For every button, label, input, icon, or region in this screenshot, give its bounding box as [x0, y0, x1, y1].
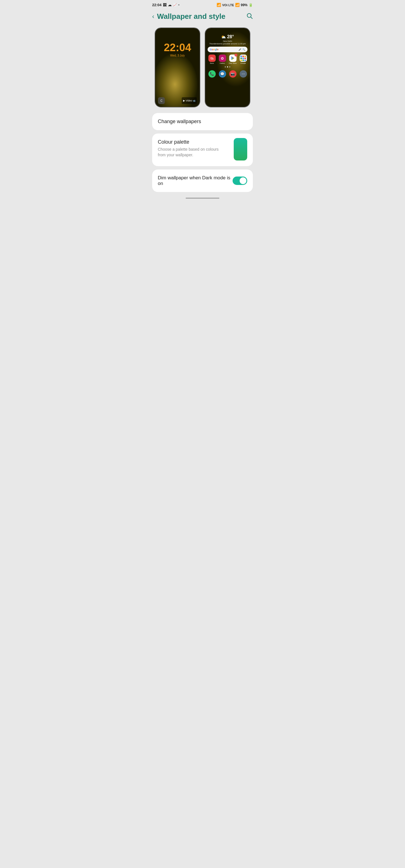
messages-icon: 💬	[219, 70, 226, 78]
lock-wallpaper-bg	[155, 28, 200, 107]
colour-palette-card[interactable]: Colour palette Choose a palette based on…	[152, 133, 253, 166]
status-left: 22:04 🖼 ☁ 📈 •	[152, 3, 179, 7]
store-label: Store	[210, 62, 214, 64]
svg-point-0	[247, 13, 251, 18]
dot-2	[227, 66, 228, 67]
playstore-icon: 3	[229, 55, 236, 62]
home-content: ⛅ 28° New Delhi Thunderstorms possible a…	[205, 28, 250, 107]
app-grid: 🛍 Store ✿ Gallery	[208, 55, 248, 64]
trending-icon: 📈	[173, 3, 177, 7]
status-right: 📶 VOi LTE 📶 99% 🔋	[216, 3, 253, 7]
back-button[interactable]: ‹	[152, 13, 154, 20]
dock-apps[interactable]: ⋯	[239, 70, 248, 78]
dot-1	[225, 66, 226, 67]
dim-wallpaper-card[interactable]: Dim wallpaper when Dark mode is on	[152, 169, 253, 192]
change-wallpapers-label: Change wallpapers	[158, 119, 201, 124]
wifi-icon: 📶	[216, 3, 221, 7]
photo-icon: 🖼	[163, 3, 167, 7]
apps-icon: ⋯	[240, 70, 247, 78]
camera-icon: 📷	[229, 70, 236, 78]
playstore-badge: 3	[235, 54, 237, 57]
weather-desc: Thunderstorms possible around 11:00 pm	[209, 42, 246, 45]
signal-bars-icon: 📶	[235, 3, 240, 7]
svg-line-1	[251, 17, 252, 19]
toggle-knob	[240, 177, 247, 184]
weather-info: New Delhi Thunderstorms possible around …	[209, 40, 246, 45]
weather-icon: ⛅	[221, 35, 226, 39]
dock-messages[interactable]: 💬	[218, 70, 227, 78]
gallery-label: Gallery	[220, 62, 225, 64]
phone-icon: 📞	[208, 70, 216, 78]
lock-video-label: ▶ Video 📹	[182, 97, 197, 104]
dot-3	[229, 66, 230, 67]
page-title: Wallpaper and style	[157, 12, 225, 21]
palette-swatch[interactable]	[234, 138, 247, 160]
lock-time: 22:04	[164, 42, 191, 53]
store-icon: 🛍	[208, 55, 216, 62]
page-dots	[208, 66, 248, 67]
lock-date: Wed, 3 July	[170, 54, 185, 57]
weather-widget: ⛅ 28° New Delhi Thunderstorms possible a…	[208, 34, 248, 45]
gallery-icon: ✿	[219, 55, 226, 62]
google-icon	[240, 55, 247, 62]
dot-icon: •	[178, 3, 179, 6]
app-gallery-item[interactable]: ✿ Gallery	[218, 55, 227, 64]
app-store-item[interactable]: 🛍 Store	[208, 55, 216, 64]
cards-section: Change wallpapers Colour palette Choose …	[148, 113, 257, 192]
header-left: ‹ Wallpaper and style	[152, 12, 226, 21]
palette-description: Choose a palette based on colours from y…	[158, 147, 225, 158]
dim-wallpaper-toggle[interactable]	[233, 177, 247, 185]
google-label: Google	[240, 62, 246, 64]
battery-icon: 🔋	[249, 3, 253, 7]
header: ‹ Wallpaper and style	[148, 9, 257, 25]
weather-temp: 28°	[227, 34, 234, 39]
dim-wallpaper-label: Dim wallpaper when Dark mode is on	[158, 175, 233, 186]
dock-camera[interactable]: 📷	[228, 70, 237, 78]
battery-label: 99%	[241, 3, 248, 7]
app-playstore-item[interactable]: 3 Play Store	[228, 55, 237, 64]
lens-icon: 🔍	[242, 48, 245, 51]
home-indicator-bar	[185, 197, 220, 199]
lock-screen-preview[interactable]: 22:04 Wed, 3 July C ▶ Video 📹	[155, 28, 200, 107]
home-screen-preview[interactable]: ⛅ 28° New Delhi Thunderstorms possible a…	[205, 28, 250, 107]
dock-phone[interactable]: 📞	[208, 70, 216, 78]
cloud-icon: ☁	[168, 3, 172, 7]
weather-location: New Delhi	[209, 40, 246, 42]
palette-title: Colour palette	[158, 139, 225, 145]
dock: 📞 💬 📷 ⋯	[208, 69, 248, 79]
palette-text: Colour palette Choose a palette based on…	[158, 139, 225, 158]
google-g-icon: Google	[210, 48, 219, 51]
lock-bottom-icons: C ▶ Video 📹	[155, 97, 200, 104]
signal-lte-icon: VOi LTE	[222, 3, 234, 7]
lock-camera-icon: C	[158, 97, 165, 104]
app-google-item[interactable]: Google	[239, 55, 248, 64]
preview-section: 22:04 Wed, 3 July C ▶ Video 📹	[148, 25, 257, 113]
search-button[interactable]	[246, 12, 253, 21]
playstore-label: Play Store	[229, 62, 237, 64]
status-bar: 22:04 🖼 ☁ 📈 • 📶 VOi LTE 📶 99% 🔋	[148, 0, 257, 9]
change-wallpapers-card[interactable]: Change wallpapers	[152, 113, 253, 130]
home-search-bar[interactable]: Google 🎤 🔍	[208, 46, 248, 52]
mic-icon: 🎤	[238, 48, 241, 51]
status-time: 22:04	[152, 3, 162, 7]
bottom-indicator	[148, 192, 257, 202]
